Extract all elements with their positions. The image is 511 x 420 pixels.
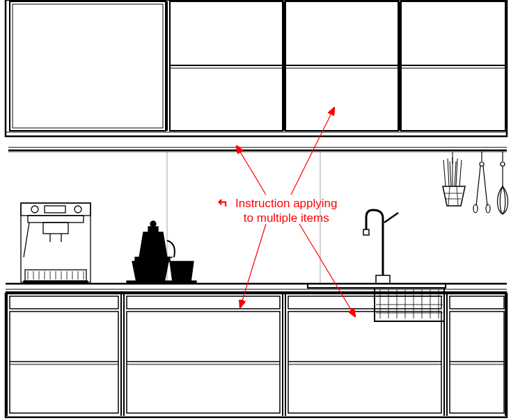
svg-point-47 [74, 206, 81, 213]
svg-line-116 [240, 224, 266, 307]
svg-line-34 [483, 166, 487, 206]
svg-line-23 [457, 186, 458, 206]
upper-cabinets [6, 0, 507, 136]
svg-line-24 [443, 160, 446, 186]
svg-point-36 [486, 204, 490, 213]
svg-rect-96 [10, 296, 118, 309]
tongs-icon [473, 152, 490, 213]
svg-rect-2 [10, 1, 166, 131]
whisk-icon [498, 152, 508, 214]
svg-line-30 [455, 161, 456, 186]
svg-point-67 [150, 221, 156, 227]
svg-rect-103 [450, 312, 504, 413]
svg-rect-102 [288, 312, 441, 413]
base-cabinets [6, 293, 507, 417]
svg-rect-99 [450, 296, 504, 309]
svg-rect-46 [45, 206, 65, 213]
svg-line-117 [299, 224, 355, 316]
svg-rect-97 [127, 296, 280, 309]
undercabinet-rail [8, 147, 507, 152]
svg-point-35 [473, 204, 478, 213]
svg-line-29 [450, 161, 451, 186]
svg-line-25 [448, 159, 449, 186]
kitchen-elevation-drawing [0, 0, 511, 420]
svg-rect-69 [376, 275, 390, 284]
svg-rect-101 [127, 312, 280, 413]
svg-rect-66 [148, 227, 158, 232]
svg-line-22 [448, 186, 450, 206]
svg-line-73 [384, 213, 398, 223]
svg-rect-100 [10, 312, 118, 413]
svg-point-38 [501, 162, 505, 166]
svg-rect-98 [288, 296, 441, 309]
herb-pot-icon [443, 152, 465, 206]
moka-pot-icon [127, 221, 196, 284]
svg-rect-72 [363, 229, 369, 235]
sink-and-faucet [308, 210, 446, 321]
svg-rect-48 [28, 216, 84, 223]
svg-line-115 [237, 146, 266, 195]
svg-point-45 [31, 206, 38, 213]
annotation-arrows [237, 108, 355, 316]
espresso-machine-icon [21, 203, 91, 284]
svg-point-32 [480, 162, 484, 166]
faucet-icon [363, 210, 398, 284]
svg-rect-49 [43, 223, 68, 234]
svg-rect-68 [127, 281, 196, 284]
svg-rect-65 [24, 281, 88, 284]
svg-line-28 [459, 160, 462, 186]
svg-rect-3 [13, 4, 163, 128]
svg-line-33 [476, 166, 480, 206]
svg-rect-43 [21, 203, 91, 282]
hanging-utensils [443, 152, 508, 214]
svg-line-52 [24, 223, 29, 257]
